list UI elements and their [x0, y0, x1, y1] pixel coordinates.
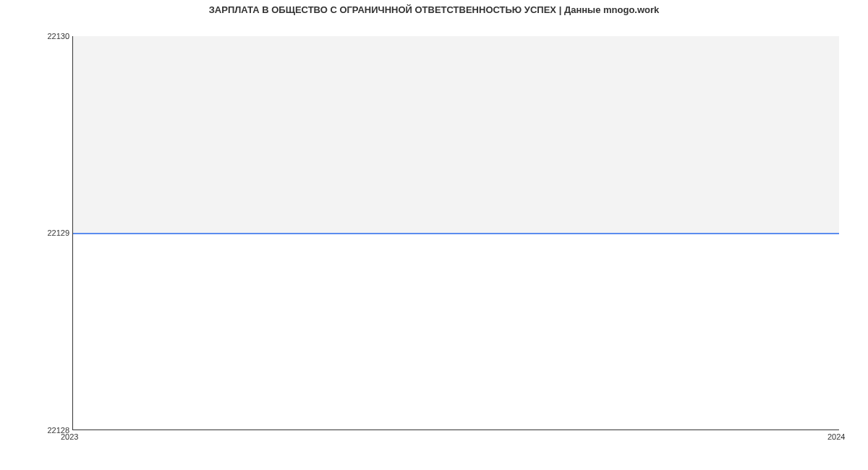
- plot-area: [72, 36, 839, 430]
- data-line: [73, 233, 839, 234]
- x-tick-label: 2024: [827, 432, 845, 441]
- y-tick-label: 22129: [47, 228, 69, 237]
- plot-shaded-upper: [73, 36, 839, 233]
- chart-container: ЗАРПЛАТА В ОБЩЕСТВО С ОГРАНИЧННОЙ ОТВЕТС…: [0, 0, 868, 470]
- chart-title: ЗАРПЛАТА В ОБЩЕСТВО С ОГРАНИЧННОЙ ОТВЕТС…: [0, 4, 868, 15]
- x-tick-label: 2023: [61, 432, 78, 441]
- y-tick-label: 22130: [47, 32, 69, 40]
